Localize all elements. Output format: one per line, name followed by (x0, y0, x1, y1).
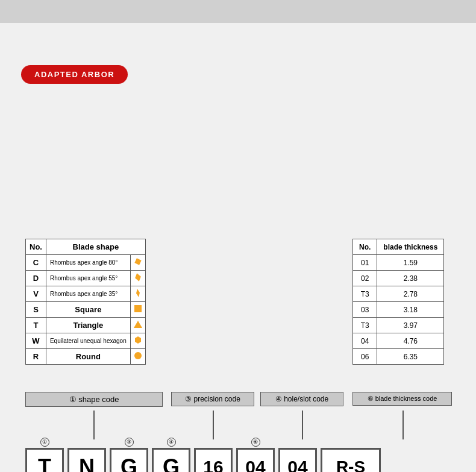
circle-4-symbol: ④ (167, 438, 176, 447)
letter-box-n: N (67, 448, 106, 472)
thickness-code-t3a: T3 (353, 286, 377, 302)
shape-code-w: W (26, 333, 46, 349)
letter-box-g2: G (152, 448, 190, 472)
svg-marker-4 (134, 321, 142, 328)
precision-code-label-text: ③ precision code (185, 395, 240, 403)
shape-code-t: T (26, 318, 46, 333)
shape-icon-r (130, 349, 145, 365)
shape-name-s: Square (46, 302, 130, 318)
shape-code-d: D (26, 271, 46, 286)
line-thickness-code (402, 411, 404, 439)
thickness-val-t3b: 3.97 (377, 318, 444, 333)
shape-name-t: Triangle (46, 318, 130, 333)
top-bar (0, 0, 476, 23)
blade-shape-col1-header: No. (26, 239, 46, 255)
svg-point-6 (134, 352, 142, 359)
thickness-val-02: 2.38 (377, 271, 444, 286)
box-g2-container: ④ G (152, 438, 190, 472)
thickness-code-02: 02 (353, 271, 377, 286)
shape-desc-c: Rhombus apex angle 80° (46, 255, 130, 271)
svg-marker-1 (134, 272, 142, 282)
shape-icon-d (130, 271, 145, 286)
thickness-val-04: 4.76 (377, 333, 444, 349)
circle-6: ⑥ (251, 438, 260, 447)
thickness-code-label: ⑥ blade thickness code (352, 392, 452, 406)
thickness-val-06: 6.35 (377, 349, 444, 365)
shape-icon-c (130, 255, 145, 271)
letter-box-rs: R-S (321, 448, 381, 472)
circle-3: ③ (125, 438, 134, 447)
letter-box-04b: 04 (278, 448, 317, 472)
shape-code-s: S (26, 302, 46, 318)
circle-1-symbol: ① (40, 438, 49, 447)
shape-code-c: C (26, 255, 46, 271)
svg-rect-3 (134, 305, 142, 312)
thickness-code-06: 06 (353, 349, 377, 365)
thickness-code-01: 01 (353, 255, 377, 271)
box-04b-container: 04 (278, 436, 317, 472)
box-04a-container: ⑥ 04 (236, 438, 275, 472)
letter-box-16: 16 (194, 448, 233, 472)
thickness-col1-header: No. (353, 239, 377, 255)
box-n-container: N (67, 436, 106, 472)
shape-icon-v (130, 286, 145, 302)
letter-boxes-row: ① T N ③ G ④ G 16 (25, 436, 381, 472)
shape-icon-w (130, 333, 145, 349)
letter-box-04a: 04 (236, 448, 275, 472)
box-g1-container: ③ G (110, 438, 148, 472)
shape-name-r: Round (46, 349, 130, 365)
shape-code-v: V (26, 286, 46, 302)
thickness-val-03: 3.18 (377, 302, 444, 318)
blade-shape-table: No. Blade shape C Rhombus apex angle 80°… (25, 239, 146, 365)
thickness-code-03: 03 (353, 302, 377, 318)
thickness-table: No. blade thickness 01 1.59 02 2.38 T3 2… (352, 239, 444, 365)
shape-desc-v: Rhombus apex angle 35° (46, 286, 130, 302)
circle-6-symbol: ⑥ (251, 438, 260, 447)
shape-code-label: ① shape code (25, 392, 163, 407)
hole-slot-label-text: ④ hole/slot code (275, 395, 328, 403)
adapted-arbor-badge: ADAPTED ARBOR (21, 65, 128, 84)
circle-4: ④ (167, 438, 176, 447)
box-16-container: 16 (194, 436, 233, 472)
main-area: ADAPTED ARBOR No. Blade shape C Rhombus … (0, 23, 476, 472)
thickness-code-label-text: ⑥ blade thickness code (368, 395, 437, 402)
thickness-code-04: 04 (353, 333, 377, 349)
svg-marker-2 (136, 289, 140, 298)
circle-1: ① (40, 438, 49, 447)
shape-desc-w: Equilateral unequal hexagon (46, 333, 130, 349)
thickness-code-t3b: T3 (353, 318, 377, 333)
line-shape-code (93, 411, 95, 439)
shape-code-label-text: ① shape code (69, 395, 119, 404)
circle-3-symbol: ③ (125, 438, 134, 447)
blade-shape-col2-header: Blade shape (46, 239, 145, 255)
svg-marker-0 (133, 257, 142, 266)
badge-label: ADAPTED ARBOR (34, 70, 114, 79)
hole-slot-label: ④ hole/slot code (260, 392, 343, 406)
line-precision-code (213, 411, 214, 439)
precision-code-label: ③ precision code (171, 392, 254, 406)
box-t-container: ① T (25, 438, 64, 472)
line-hole-slot (302, 411, 303, 439)
shape-desc-d: Rhombus apex angle 55° (46, 271, 130, 286)
shape-icon-t (130, 318, 145, 333)
letter-box-t: T (25, 448, 64, 472)
thickness-val-01: 1.59 (377, 255, 444, 271)
shape-code-r: R (26, 349, 46, 365)
shape-icon-s (130, 302, 145, 318)
svg-marker-5 (135, 336, 141, 344)
box-rs-container: R-S (321, 436, 381, 472)
thickness-col2-header: blade thickness (377, 239, 444, 255)
letter-box-g1: G (110, 448, 148, 472)
thickness-val-t3a: 2.78 (377, 286, 444, 302)
